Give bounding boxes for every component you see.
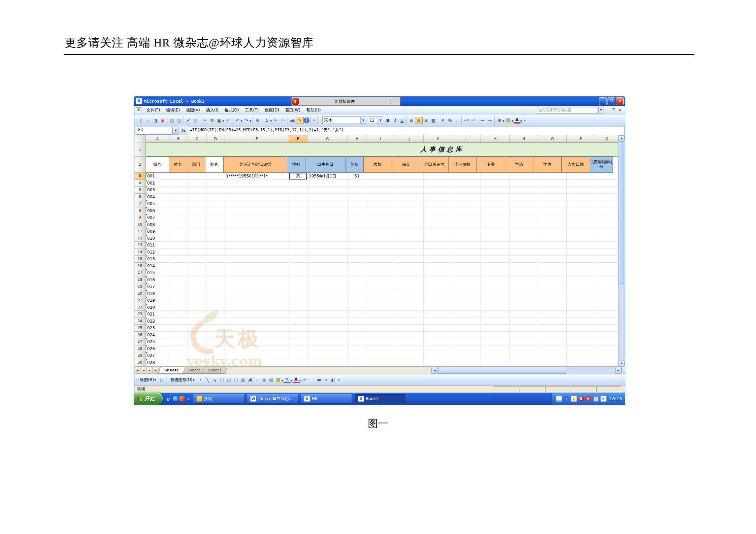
line-color-icon[interactable]: ✎ <box>284 377 291 383</box>
cell-C26[interactable] <box>188 332 206 339</box>
cell-J11[interactable] <box>395 228 424 235</box>
cell-G17[interactable] <box>307 269 348 276</box>
sheet-tab-sheet3[interactable]: Sheet3 <box>202 367 228 374</box>
cell-N15[interactable] <box>510 256 538 263</box>
cell-M20[interactable] <box>481 290 510 297</box>
cell-E23[interactable] <box>225 311 289 318</box>
cell-C3[interactable] <box>188 173 206 180</box>
row-header-12[interactable]: 12 <box>134 235 146 242</box>
cell-G10[interactable] <box>307 221 348 228</box>
field-header-D[interactable]: 职务 <box>205 157 224 173</box>
horizontal-scrollbar[interactable]: ◀ ▶ <box>431 367 625 374</box>
cell-L29[interactable] <box>452 352 481 359</box>
cell-Q30[interactable] <box>595 359 619 366</box>
cell-A12[interactable]: 010 <box>146 235 169 242</box>
chevron-down-icon[interactable]: ▼ <box>360 117 366 124</box>
cell-M8[interactable] <box>481 207 510 214</box>
column-header-D[interactable]: D <box>206 135 225 142</box>
cell-K9[interactable] <box>424 214 452 221</box>
vertical-scroll-thumb[interactable] <box>619 141 624 283</box>
cell-F11[interactable] <box>289 228 307 235</box>
name-box[interactable]: F3 <box>136 127 173 135</box>
cell-L3[interactable] <box>452 173 481 180</box>
cell-E11[interactable] <box>225 228 289 235</box>
cell-B18[interactable] <box>169 276 188 283</box>
cell-G3[interactable]: 1955年1月1日 <box>307 173 348 180</box>
formula-input[interactable]: =IF(MOD(IF(LEN(E3)=15,MID(E3,15,1),MID(E… <box>188 126 625 135</box>
cell-C19[interactable] <box>188 283 206 290</box>
cell-C7[interactable] <box>188 200 206 207</box>
cell-F12[interactable] <box>289 235 307 242</box>
cell-E19[interactable] <box>225 283 289 290</box>
cell-P11[interactable] <box>567 228 595 235</box>
cell-G26[interactable] <box>307 332 348 339</box>
cell-E27[interactable] <box>225 338 289 345</box>
cell-D28[interactable] <box>206 345 225 353</box>
cell-L20[interactable] <box>452 290 481 297</box>
column-header-N[interactable]: N <box>510 135 538 142</box>
column-header-C[interactable]: C <box>188 135 206 142</box>
column-header-L[interactable]: L <box>452 135 481 142</box>
row-header-22[interactable]: 22 <box>134 304 146 311</box>
field-header-A[interactable]: 编号 <box>146 157 169 173</box>
cell-I23[interactable] <box>366 311 395 318</box>
cell-L11[interactable] <box>452 228 481 235</box>
cell-K25[interactable] <box>424 325 452 332</box>
cell-N20[interactable] <box>510 290 538 297</box>
cell-C18[interactable] <box>188 276 206 283</box>
cell-M21[interactable] <box>481 297 510 304</box>
cell-G25[interactable] <box>307 325 348 332</box>
cell-J25[interactable] <box>395 325 424 332</box>
row-header-23[interactable]: 23 <box>134 311 146 318</box>
cell-E20[interactable] <box>225 290 289 297</box>
cell-G20[interactable] <box>307 290 348 297</box>
cell-B17[interactable] <box>169 269 188 276</box>
cell-M28[interactable] <box>481 345 510 353</box>
cell-Q21[interactable] <box>595 297 619 304</box>
cell-A16[interactable]: 014 <box>146 263 169 270</box>
cell-J12[interactable] <box>395 235 424 242</box>
cell-M4[interactable] <box>481 180 510 187</box>
cell-O11[interactable] <box>538 228 567 235</box>
cell-M10[interactable] <box>481 221 510 228</box>
cell-F13[interactable] <box>289 242 307 249</box>
toolbar-options-icon[interactable]: » <box>313 119 315 122</box>
cell-F16[interactable] <box>289 263 307 270</box>
cell-I22[interactable] <box>366 304 395 311</box>
cell-A3[interactable]: 001 <box>146 173 169 180</box>
update-icon[interactable]: ✕ <box>600 396 606 402</box>
cell-A6[interactable]: 004 <box>146 194 169 201</box>
cell-D5[interactable] <box>206 187 225 194</box>
cell-M5[interactable] <box>481 187 510 194</box>
cell-O21[interactable] <box>538 297 567 304</box>
cell-D4[interactable] <box>206 180 225 187</box>
cell-I15[interactable] <box>366 256 395 263</box>
column-header-Q[interactable]: Q <box>595 135 619 142</box>
cell-D22[interactable] <box>206 304 225 311</box>
cell-B12[interactable] <box>169 235 188 242</box>
cell-P12[interactable] <box>567 235 595 242</box>
cell-M12[interactable] <box>481 235 510 242</box>
column-header-O[interactable]: O <box>538 135 567 142</box>
cell-P22[interactable] <box>567 304 595 311</box>
cell-O8[interactable] <box>538 207 567 214</box>
language-icon[interactable]: ‹ <box>564 396 569 401</box>
cell-C11[interactable] <box>188 228 206 235</box>
cell-I14[interactable] <box>366 249 395 256</box>
font-color-icon[interactable]: A <box>293 377 300 383</box>
cell-M18[interactable] <box>481 276 510 283</box>
cell-L26[interactable] <box>452 332 481 339</box>
cell-G8[interactable] <box>307 207 348 214</box>
shield-icon[interactable]: V <box>586 396 591 401</box>
sort-ascending-icon[interactable]: A↓ <box>272 117 280 124</box>
cell-Q20[interactable] <box>595 290 619 297</box>
cell-B5[interactable] <box>169 187 188 194</box>
cell-N8[interactable] <box>510 207 538 214</box>
insert-hyperlink-icon[interactable]: ⊕ <box>254 117 261 124</box>
field-header-K[interactable]: 户口所在地 <box>420 157 449 173</box>
cell-Q7[interactable] <box>595 200 619 207</box>
insert-function-icon[interactable]: fx <box>181 128 185 133</box>
cell-K17[interactable] <box>424 269 452 276</box>
cell-C14[interactable] <box>188 249 206 256</box>
row-header-29[interactable]: 29 <box>134 352 146 359</box>
